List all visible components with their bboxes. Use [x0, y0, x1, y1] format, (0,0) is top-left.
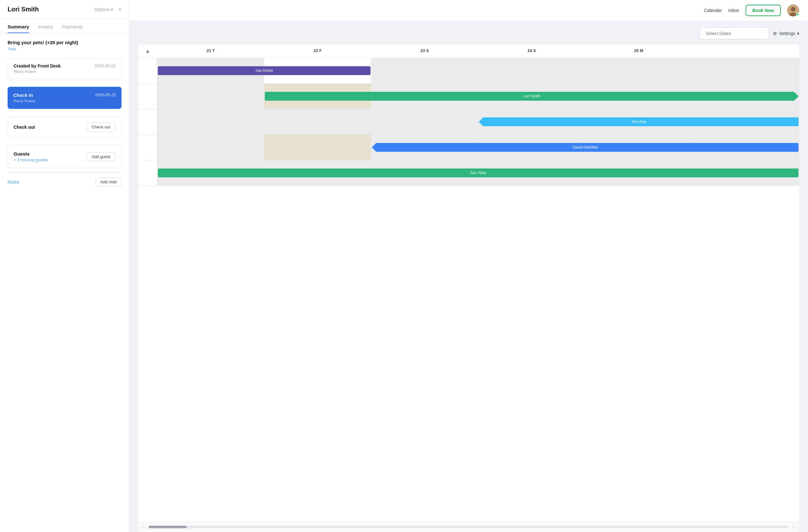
scroll-thumb[interactable]	[149, 526, 186, 528]
cell-1-4	[478, 58, 585, 83]
col-header-24: 24 S	[478, 44, 585, 58]
cell-3-2	[264, 109, 371, 134]
col-header-26	[692, 44, 799, 58]
scroll-left-arrow[interactable]: ‹	[141, 524, 147, 530]
right-panel: Calendar Inbox Book Now ⚙ Settings ▾	[129, 0, 808, 532]
gear-icon: ⚙	[773, 31, 777, 36]
calendar-grid: ▲ 21 T 22 F 23 S 24 S 25 M	[138, 44, 799, 532]
checkout-label: Check out	[14, 125, 35, 130]
cal-row-3: Toni Alva	[138, 109, 799, 135]
cell-1-3	[371, 58, 478, 83]
col-header-25: 25 M	[585, 44, 692, 58]
online-indicator	[796, 13, 799, 16]
tab-payments[interactable]: Payments	[62, 19, 83, 33]
row-label-4	[138, 135, 157, 160]
scroll-right-arrow[interactable]: ›	[791, 524, 796, 530]
booking-subtitle: Yarp	[7, 47, 122, 51]
checkout-button[interactable]: Check out	[86, 123, 115, 132]
cell-4-2	[264, 135, 371, 160]
created-by-date: 2020-05-22	[95, 63, 116, 68]
left-header: Lori Smith Options ▾ ×	[0, 0, 129, 19]
created-by-row: Created by Front Desk Harry Krane 2020-0…	[14, 63, 115, 74]
guests-row: Guests + 2 missing guests Add guest	[14, 151, 115, 162]
checkin-date: 2020-05-22	[95, 92, 116, 97]
calendar-area: ⚙ Settings ▾ ▲ 21 T 22 F 23 S 24 S 25 M	[129, 21, 808, 532]
tab-summary[interactable]: Summary	[7, 19, 29, 33]
guests-card: Guests + 2 missing guests Add guest	[7, 145, 122, 168]
inbox-nav[interactable]: Inbox	[728, 8, 739, 13]
cell-3-1	[157, 109, 264, 134]
cell-1-6	[692, 58, 799, 83]
row-label-3	[138, 109, 157, 134]
settings-chevron-icon: ▾	[797, 31, 799, 36]
notes-card: Notes Add note	[7, 172, 122, 191]
checkin-person: Harry Krane	[13, 98, 35, 103]
chevron-down-icon: ▾	[111, 7, 113, 12]
col-header-21: 21 T	[157, 44, 264, 58]
created-by-person: Harry Krane	[14, 69, 60, 74]
booking-title: Bring your pets! (+20 per night)	[7, 40, 122, 45]
avatar-wrapper[interactable]	[787, 4, 799, 16]
col-header-23: 23 S	[371, 44, 478, 58]
guest-name: Lori Smith	[7, 6, 39, 13]
booking-bar-lori-smith[interactable]: Lori Smith	[265, 92, 798, 100]
created-by-label: Created by Front Desk	[14, 63, 60, 69]
guests-info: Guests + 2 missing guests	[14, 151, 48, 162]
guests-label: Guests	[14, 151, 48, 157]
calendar-nav[interactable]: Calendar	[704, 8, 722, 13]
calendar-toolbar: ⚙ Settings ▾	[138, 27, 799, 39]
booking-bar-tom-riley[interactable]: Tom Riley	[158, 168, 798, 177]
cal-row-4: David Kleinfeld	[138, 135, 799, 160]
cell-3-3	[371, 109, 478, 134]
select-dates-input[interactable]	[700, 27, 769, 39]
notes-label: Notes	[7, 180, 19, 185]
row-label-1	[138, 58, 157, 83]
tabs-container: Summary Invoice Payments	[0, 19, 129, 34]
cal-row-5: Tom Riley	[138, 160, 799, 186]
checkout-row: Check out Check out	[14, 123, 115, 132]
guests-missing: + 2 missing guests	[14, 158, 48, 162]
options-button[interactable]: Options ▾	[94, 7, 113, 12]
created-by-info: Created by Front Desk Harry Krane	[14, 63, 60, 74]
top-bar: Calendar Inbox Book Now	[129, 0, 808, 21]
options-label: Options	[94, 7, 110, 12]
cell-4-1	[157, 135, 264, 160]
horizontal-scrollbar: ‹ ›	[138, 521, 799, 532]
booking-bar-david-kleinfeld[interactable]: David Kleinfeld	[372, 143, 798, 152]
col-header-22: 22 F	[264, 44, 371, 58]
close-button[interactable]: ×	[118, 7, 122, 12]
scroll-track[interactable]	[149, 526, 789, 528]
tab-invoice[interactable]: Invoice	[38, 19, 53, 33]
book-now-button[interactable]: Book Now	[746, 5, 781, 16]
checkin-card: Check in Harry Krane 2020-05-22	[7, 87, 122, 109]
header-actions: Options ▾ ×	[94, 7, 122, 12]
calendar-header: ▲ 21 T 22 F 23 S 24 S 25 M	[138, 44, 799, 58]
checkin-label: Check in	[13, 92, 35, 98]
svg-point-1	[791, 7, 795, 11]
booking-bar-har-rohld[interactable]: Har Rohld	[158, 66, 370, 75]
calendar-body: Har Rohld Lori Smith	[138, 58, 799, 521]
checkin-info: Check in Harry Krane	[13, 92, 35, 103]
booking-bar-toni-alva[interactable]: Toni Alva	[479, 117, 798, 126]
cell-1-5	[585, 58, 692, 83]
add-note-button[interactable]: Add note	[96, 177, 122, 186]
booking-info: Bring your pets! (+20 per night) Yarp	[0, 34, 129, 54]
cal-row-1: Har Rohld	[138, 58, 799, 84]
cal-row-2: Lori Smith	[138, 84, 799, 109]
scroll-up-btn[interactable]: ▲	[138, 44, 157, 58]
add-guest-button[interactable]: Add guest	[86, 152, 115, 161]
row-label-2	[138, 84, 157, 109]
cell-2-1	[157, 84, 264, 109]
row-label-5	[138, 160, 157, 185]
created-by-card: Created by Front Desk Harry Krane 2020-0…	[7, 58, 122, 79]
checkout-card: Check out Check out	[7, 116, 122, 137]
left-panel: Lori Smith Options ▾ × Summary Invoice P…	[0, 0, 129, 532]
checkin-row: Check in Harry Krane 2020-05-22	[13, 92, 116, 103]
notes-row: Notes Add note	[7, 177, 122, 186]
settings-button[interactable]: ⚙ Settings ▾	[773, 31, 799, 36]
